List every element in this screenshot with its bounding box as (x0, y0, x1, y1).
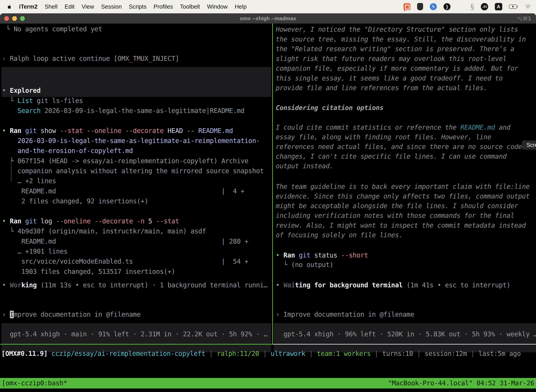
terminal-line-left: › Improve documentation in @filename (2, 309, 141, 319)
text-segment: the "Related research writing" section i… (276, 45, 514, 53)
apple-menu-icon[interactable] (7, 4, 12, 10)
text-segment: of focusing solely on file lines. (276, 231, 403, 239)
text-segment: this single essay, it seems like a good … (276, 75, 503, 82)
battery-icon[interactable] (509, 4, 518, 9)
menu-item-window[interactable]: Window (207, 3, 228, 10)
terminal-line-right: might be acceptable alongside the file l… (276, 201, 518, 211)
terminal-line-left: src/voice/voiceModeEnabled.ts | 54 + (2, 257, 248, 266)
text-segment: changes, I can't cite specific file line… (276, 153, 507, 160)
text-segment: status (314, 252, 341, 259)
text-segment: The team guideline is to back every impo… (276, 183, 530, 190)
terminal-line-right: this single essay, it seems like a good … (276, 73, 503, 83)
text-segment: › Improve documentation in @filename (276, 311, 414, 318)
pie-app-icon[interactable]: ) (444, 3, 450, 10)
text-cursor: I (10, 311, 14, 318)
text-segment: companion file, especially if more comme… (276, 65, 518, 72)
terminal-line-left: … +1901 lines (2, 246, 67, 257)
terminal-line-left: • Ran git show --stat --oneline --decora… (2, 126, 233, 136)
clip-app-icon[interactable]: § (470, 2, 474, 11)
terminal-line-left: 2026-03-09-is-legal-the-same-as-legitima… (2, 136, 260, 146)
screen-indicator-overlay[interactable]: Scre (522, 140, 536, 150)
text-segment: show (41, 127, 60, 135)
text-segment: However, I noticed the "Directory Struct… (276, 26, 518, 33)
text-segment: | (259, 350, 271, 357)
text-segment: Ran (283, 252, 299, 259)
tmux-pane-divider[interactable] (272, 23, 273, 344)
text-segment: references need actual files, and since … (276, 143, 522, 150)
terminal-line-right: of focusing solely on file lines. (276, 230, 403, 240)
text-segment: (1m 41s • esc to interrupt) (403, 281, 511, 289)
menu-item-iterm2[interactable]: iTerm2 (19, 3, 38, 10)
terminal-line-right: I could cite commit statistics or refere… (276, 122, 510, 132)
menu-bar: iTerm2ShellEditViewSessionScriptsProfile… (0, 0, 536, 13)
terminal-line-left: └ List git ls-files (2, 96, 83, 106)
menu-item-shell[interactable]: Shell (45, 3, 57, 10)
grid-dots-icon[interactable] (457, 4, 464, 10)
menu-items: iTerm2ShellEditViewSessionScriptsProfile… (19, 3, 247, 10)
sync-app-icon[interactable]: ϟ (430, 3, 437, 10)
menu-item-help[interactable]: Help (234, 3, 247, 10)
text-segment: | (371, 350, 382, 357)
terminal-line-left: • Ran git log --oneline --decorate -n 5 … (2, 216, 179, 226)
terminal-line-right: output instead. (276, 161, 333, 171)
terminal-line-left: Search 2026-03-09-is-legal-the-same-as-l… (2, 106, 244, 116)
text-segment: provide file and line references from th… (276, 84, 487, 92)
text-segment: HEAD (168, 127, 187, 135)
text-segment: ultrawork (271, 350, 305, 357)
tmux-session-window[interactable]: [omx-cczip0:bash* (2, 378, 67, 388)
text-segment: Wai (283, 281, 295, 289)
terminal-line-right: provide file and line references from th… (276, 83, 487, 93)
text-segment: --oneline --decorate (56, 217, 137, 225)
text-segment: ting for background terminal (295, 281, 403, 289)
terminal-line-left: README.md | 280 + (2, 236, 248, 246)
text-segment: • (276, 252, 283, 259)
keyboard-layout-icon[interactable]: A (495, 3, 502, 10)
terminal-line-right: • Ran git status --short (276, 250, 368, 260)
text-segment: review. Also, I might want to inspect th… (276, 222, 526, 229)
text-segment: 2026-03-09-is-legal-the-same-as-legitima… (2, 137, 260, 145)
text-segment: └ 4b9d30f (origin/main, instructkr/main,… (2, 227, 206, 235)
menu-item-profiles[interactable]: Profiles (153, 3, 173, 10)
text-segment: └ (no output) (276, 261, 333, 269)
menu-item-edit[interactable]: Edit (65, 3, 75, 10)
terminal-line-right: review. Also, I might want to inspect th… (276, 220, 526, 230)
menu-item-toolbelt[interactable]: Toolbelt (180, 3, 200, 10)
menu-item-scripts[interactable]: Scripts (129, 3, 147, 10)
text-segment: › (2, 55, 10, 62)
text-segment: README.md | 280 + (2, 238, 248, 245)
text-segment: might be acceptable alongside the file l… (276, 202, 518, 210)
text-segment: • (2, 87, 10, 94)
terminal-line-right: companion file, especially if more comme… (276, 63, 518, 73)
text-segment: I could cite commit statistics or refere… (276, 124, 460, 131)
terminal-line-left: README.md | 4 + (2, 186, 244, 196)
terminal-line-right: └ (no output) (276, 260, 333, 270)
text-segment: king (21, 281, 37, 289)
text-segment: Ran (10, 217, 25, 225)
terminal-line-left: 2 files changed, 92 insertions(+) (2, 196, 148, 206)
wifi-icon[interactable] (525, 4, 531, 9)
terminal-line-right: including verification notes with those … (276, 210, 514, 221)
menu-item-session[interactable]: Session (101, 3, 122, 10)
terminal-line-left: └ No agents completed yet (2, 24, 102, 34)
text-segment: 5 (148, 217, 156, 225)
text-segment: including verification notes with those … (276, 212, 514, 219)
text-segment: 2026-03-09-is-legal-the-same-as-legitima… (41, 107, 244, 115)
window-tab-shortcut: ⌥⌘1 (517, 15, 531, 22)
terminal-line-right: references need actual files, and since … (276, 142, 522, 152)
shield-app-icon[interactable] (417, 3, 423, 10)
menu-item-view[interactable]: View (81, 3, 94, 10)
text-segment: log (41, 217, 56, 225)
tmux-status-bar: [omx-cczip0:bash* "MacBook-Pro-44.local"… (0, 378, 536, 388)
text-segment: └ 067f154 (HEAD -> essay/ai-reimplementa… (2, 157, 248, 165)
text-segment: • (2, 127, 10, 135)
text-segment: | (467, 350, 479, 357)
count-badge-icon[interactable]: ..61 (481, 3, 488, 10)
chat-app-icon[interactable] (403, 3, 411, 10)
text-segment: Explored (10, 87, 41, 94)
text-segment: Search (18, 107, 41, 115)
injected-message-box (1, 67, 271, 97)
terminal-line-left: └ 067f154 (HEAD -> essay/ai-reimplementa… (2, 156, 248, 166)
text-segment: --stat (156, 217, 179, 225)
terminal-line-right: • Waiting for background terminal (1m 41… (276, 280, 510, 290)
text-segment: › (2, 311, 10, 318)
